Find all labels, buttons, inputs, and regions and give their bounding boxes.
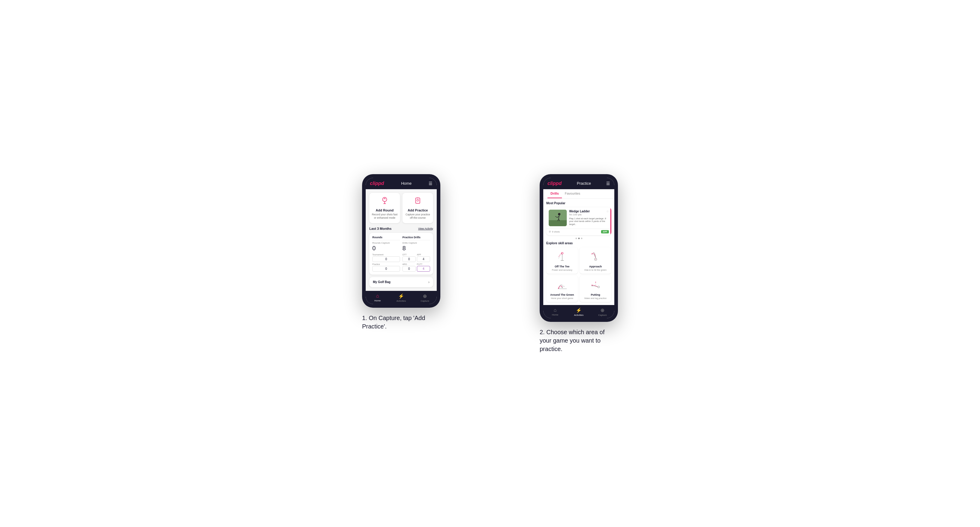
rounds-capture-label: Rounds Capture	[372, 241, 400, 244]
app-logo-2: clippd	[547, 181, 562, 186]
caption-1: 1. On Capture, tap 'Add Practice'.	[362, 314, 440, 330]
skill-grid: Off The Tee Power and accuracy	[546, 247, 611, 302]
phone-2-section: clippd Practice ☰ Drills Favourites Most…	[502, 174, 655, 353]
home-nav-icon-2: ⌂	[554, 307, 557, 313]
featured-card[interactable]: Wedge Ladder ☆ 50–100 yds Play 1 shot at…	[546, 207, 611, 235]
skill-card-around-green[interactable]: Around The Green Hone your short game	[546, 276, 578, 302]
capture-nav-icon-2: ⊕	[600, 307, 605, 313]
svg-point-26	[592, 286, 592, 286]
skill-card-approach[interactable]: Approach Dial-in to hit the green	[580, 247, 611, 274]
practice-value: 0	[372, 266, 400, 271]
tournament-stat: Tournament 0	[372, 254, 400, 262]
star-icon[interactable]: ☆	[606, 210, 609, 213]
phone-1-section: clippd Home ☰	[325, 174, 478, 330]
putting-desc: Make and lag practice	[582, 297, 609, 300]
svg-point-8	[558, 213, 560, 215]
stats-row: Rounds Rounds Capture 0 Tournament 0	[372, 236, 430, 271]
nav-home-2[interactable]: ⌂ Home	[543, 307, 567, 316]
activities-nav-label-1: Activities	[396, 300, 406, 302]
practice-stat-row: Practice 0	[372, 263, 400, 271]
practice-label: Practice	[372, 263, 400, 265]
svg-point-18	[595, 259, 596, 260]
svg-point-4	[417, 199, 418, 201]
rounds-col-title: Rounds	[372, 236, 400, 240]
putt-value: 4	[417, 266, 430, 271]
dot-1	[576, 238, 577, 239]
app-badge: APP	[601, 230, 609, 233]
nav-home-1[interactable]: ⌂ Home	[366, 293, 390, 302]
capture-nav-label-2: Capture	[598, 314, 606, 316]
add-practice-desc: Capture your practice off-the-course	[405, 213, 431, 220]
home-content: Add Round Record your shots fast or enha…	[366, 189, 437, 291]
putt-stat: PUTT 4	[417, 263, 430, 271]
last3months-label: Last 3 Months	[369, 227, 391, 230]
add-round-card[interactable]: Add Round Record your shots fast or enha…	[369, 193, 400, 223]
activities-nav-label-2: Activities	[574, 314, 584, 316]
nav-capture-1[interactable]: ⊕ Capture	[413, 293, 437, 302]
hamburger-icon-1: ☰	[429, 181, 433, 186]
tournament-label: Tournament	[372, 254, 400, 256]
nav-activities-2[interactable]: ⚡ Activities	[567, 307, 591, 316]
app-logo-1: clippd	[370, 181, 384, 186]
practice-inner: Most Popular	[543, 198, 614, 305]
app-label: APP	[417, 254, 430, 256]
app-value: 4	[417, 256, 430, 262]
off-the-tee-icon-area	[549, 250, 576, 264]
tournament-value: 0	[372, 256, 400, 262]
arg-label: ARG	[402, 263, 416, 265]
featured-img	[549, 210, 567, 226]
action-cards-row: Add Round Record your shots fast or enha…	[369, 193, 433, 223]
nav-activities-1[interactable]: ⚡ Activities	[390, 293, 413, 302]
stats-container: Rounds Rounds Capture 0 Tournament 0	[369, 233, 433, 275]
practice-stat: Practice 0	[372, 263, 400, 271]
tabs-bar: Drills Favourites	[543, 189, 614, 198]
most-popular-title: Most Popular	[546, 202, 611, 205]
add-practice-title: Add Practice	[405, 208, 431, 212]
svg-point-28	[595, 282, 596, 283]
clock-icon: ⏱	[549, 230, 551, 233]
practice-drills-col: Practice Drills Drills Capture 8 OTT 0	[402, 236, 430, 271]
skill-card-off-the-tee[interactable]: Off The Tee Power and accuracy	[546, 247, 578, 274]
tab-drills[interactable]: Drills	[547, 189, 562, 198]
putting-icon-area	[582, 279, 609, 292]
around-green-title: Around The Green	[549, 293, 576, 296]
shots-count: 9 shots	[552, 230, 560, 233]
drills-bottom-stats: ARG 0 PUTT 4	[402, 263, 430, 271]
featured-card-title: Wedge Ladder	[569, 210, 590, 213]
approach-icon-area	[582, 250, 609, 264]
add-round-title: Add Round	[372, 208, 398, 212]
drills-capture-label: Drills Capture	[402, 241, 430, 244]
featured-info: Wedge Ladder ☆ 50–100 yds Play 1 shot at…	[569, 210, 609, 226]
rounds-capture-value: 0	[372, 245, 400, 252]
featured-card-subtitle: 50–100 yds	[569, 213, 609, 216]
svg-point-21	[562, 287, 563, 288]
tab-favourites[interactable]: Favourites	[562, 189, 583, 198]
bottom-nav-2: ⌂ Home ⚡ Activities ⊕ Capture	[543, 305, 614, 318]
bottom-nav-1: ⌂ Home ⚡ Activities ⊕ Capture	[366, 291, 437, 304]
svg-point-20	[558, 288, 559, 289]
explore-title: Explore skill areas	[546, 241, 611, 245]
svg-rect-3	[416, 198, 420, 203]
skill-card-putting[interactable]: Putting Make and lag practice	[580, 276, 611, 302]
arg-value: 0	[402, 266, 416, 271]
chevron-right-icon: ›	[428, 280, 430, 284]
add-practice-card[interactable]: Add Practice Capture your practice off-t…	[402, 193, 433, 223]
featured-card-desc: Play 1 shot at each target yardage. If y…	[569, 217, 609, 226]
phone-2-frame: clippd Practice ☰ Drills Favourites Most…	[540, 174, 618, 322]
hamburger-icon-2: ☰	[606, 181, 610, 186]
rounds-sub-stats: Tournament 0	[372, 254, 400, 262]
my-golf-bag-row[interactable]: My Golf Bag ›	[369, 277, 433, 287]
svg-point-19	[592, 254, 592, 254]
capture-nav-label-1: Capture	[420, 300, 429, 302]
activities-nav-icon-1: ⚡	[398, 293, 404, 299]
featured-footer: ⏱ 9 shots APP	[546, 229, 611, 235]
approach-desc: Dial-in to hit the green	[582, 268, 609, 271]
nav-capture-2[interactable]: ⊕ Capture	[590, 307, 614, 316]
rounds-col: Rounds Rounds Capture 0 Tournament 0	[372, 236, 400, 271]
view-activity-link[interactable]: View Activity	[418, 227, 433, 230]
putt-label: PUTT	[417, 263, 430, 265]
home-nav-icon-1: ⌂	[376, 293, 379, 299]
app-header-2: clippd Practice ☰	[543, 178, 614, 189]
add-round-icon	[372, 197, 398, 206]
app-header-1: clippd Home ☰	[366, 178, 437, 189]
